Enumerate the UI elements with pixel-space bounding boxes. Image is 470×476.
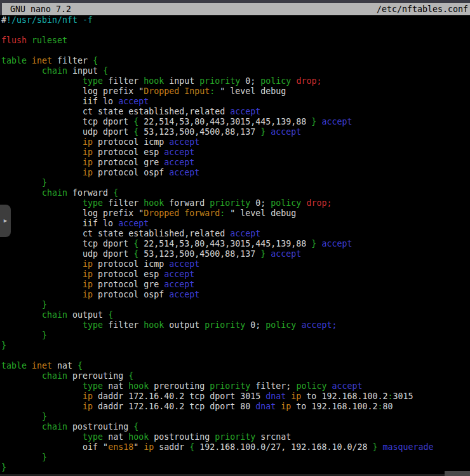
code-token: accept — [271, 127, 301, 137]
code-line[interactable]: ct state established,related accept — [1, 107, 470, 117]
code-token: ruleset — [32, 36, 67, 45]
code-token: { — [128, 371, 133, 381]
console-side-panel-handle[interactable]: ▶ — [0, 205, 11, 237]
code-token: { — [108, 310, 113, 320]
code-token: hook — [128, 381, 149, 391]
code-line[interactable]: #!/usr/sbin/nft -f — [1, 15, 470, 25]
code-line[interactable]: table inet nat { — [1, 361, 470, 371]
code-token: iif lo — [83, 97, 118, 106]
scrollbar-corner — [445, 471, 470, 476]
code-token: } — [1, 463, 6, 472]
code-token: priority — [210, 381, 250, 391]
code-token: policy — [271, 198, 301, 208]
code-line[interactable]: ip protocol ospf accept — [1, 168, 470, 178]
code-token: ip — [83, 269, 93, 279]
code-token: policy — [296, 381, 326, 391]
code-token: output — [164, 320, 205, 330]
code-token: ip — [83, 147, 93, 157]
code-line[interactable]: oif "ens18" ip saddr { 192.168.100.0/27,… — [1, 442, 470, 452]
code-token: priority — [215, 432, 255, 442]
code-token: accept — [169, 290, 199, 299]
code-line[interactable]: type nat hook postrouting priority srcna… — [1, 432, 470, 442]
code-token — [1, 208, 83, 218]
code-line[interactable]: type filter hook input priority 0; polic… — [1, 76, 470, 86]
code-token: " — [133, 442, 144, 452]
code-token: protocol icmp — [93, 259, 169, 269]
code-token: output — [67, 310, 108, 320]
code-token: " level debug — [225, 208, 296, 218]
code-token: type — [83, 432, 103, 442]
code-token — [1, 147, 83, 157]
code-token — [1, 107, 83, 116]
code-line[interactable]: chain postrouting { — [1, 422, 470, 432]
code-token: iif lo — [83, 219, 118, 228]
code-line[interactable]: iif lo accept — [1, 219, 470, 229]
code-line[interactable]: } — [1, 178, 470, 188]
code-line[interactable]: } — [1, 452, 470, 463]
code-line[interactable]: type filter hook forward priority 0; pol… — [1, 198, 470, 208]
code-line[interactable]: ip protocol icmp accept — [1, 137, 470, 147]
code-token — [27, 56, 32, 65]
code-line[interactable]: ip protocol gre accept — [1, 280, 470, 290]
code-line[interactable]: ip protocol ospf accept — [1, 290, 470, 300]
code-line[interactable]: chain prerouting { — [1, 371, 470, 381]
code-line[interactable]: } — [1, 330, 470, 341]
code-token: { — [77, 361, 83, 371]
code-token — [1, 432, 83, 442]
code-token: 0; — [250, 198, 271, 208]
code-line[interactable]: udp dport { 53,123,500,4500,88,137 } acc… — [1, 127, 470, 137]
code-token: 80 — [382, 402, 393, 411]
code-line[interactable]: } — [1, 412, 470, 422]
code-token — [1, 442, 83, 452]
code-line[interactable] — [1, 351, 470, 361]
code-line[interactable]: ip daddr 172.16.40.2 tcp dport 80 dnat i… — [1, 402, 470, 412]
code-line[interactable]: type filter hook output priority 0; poli… — [1, 320, 470, 330]
code-line[interactable]: log prefix "Dropped forward: " level deb… — [1, 208, 470, 219]
code-line[interactable]: tcp dport { 22,514,53,80,443,3015,445,13… — [1, 117, 470, 127]
code-line[interactable]: tcp dport { 22,514,53,80,443,3015,445,13… — [1, 239, 470, 249]
code-line[interactable]: iif lo accept — [1, 97, 470, 107]
file-path-label: /etc/nftables.conf — [377, 4, 468, 15]
code-line[interactable]: } — [1, 300, 470, 310]
code-token: accept — [321, 239, 352, 248]
code-token: 192.168.100.0/27, 192.168.10.0/28 — [194, 442, 372, 452]
code-token: protocol ospf — [93, 168, 169, 177]
code-token: { — [133, 249, 138, 259]
code-line[interactable]: ip protocol icmp accept — [1, 259, 470, 269]
code-token: 53,123,500,4500,88,137 — [138, 249, 260, 259]
code-token — [1, 290, 83, 299]
code-line[interactable] — [1, 46, 470, 56]
code-line[interactable]: ip daddr 172.16.40.2 tcp dport 3015 dnat… — [1, 391, 470, 402]
code-token: { — [133, 127, 138, 137]
code-token: { — [93, 56, 98, 65]
code-line[interactable]: ct state established,related accept — [1, 229, 470, 239]
code-line[interactable]: chain input { — [1, 66, 470, 76]
code-line[interactable]: flush ruleset — [1, 36, 470, 46]
code-token: daddr 172.16.40.2 tcp dport 80 — [93, 402, 255, 411]
editor-buffer[interactable]: #!/usr/sbin/nft -fflush rulesettable ine… — [1, 15, 470, 473]
code-token: ip — [83, 158, 93, 167]
code-token: ct state established,related — [83, 229, 230, 238]
code-token: forward — [164, 198, 210, 208]
code-line[interactable]: ip protocol gre accept — [1, 158, 470, 168]
code-token — [1, 97, 83, 106]
code-token: saddr — [154, 442, 189, 452]
code-line[interactable]: log prefix "Dropped Input: " level debug — [1, 86, 470, 97]
code-line[interactable] — [1, 25, 470, 36]
code-line[interactable]: udp dport { 53,123,500,4500,88,137 } acc… — [1, 249, 470, 259]
code-line[interactable]: ip protocol esp accept — [1, 147, 470, 158]
code-line[interactable]: type nat hook prerouting priority filter… — [1, 381, 470, 391]
code-token: accept — [164, 147, 194, 157]
code-line[interactable]: ip protocol esp accept — [1, 269, 470, 280]
code-line[interactable]: } — [1, 463, 470, 473]
code-line[interactable]: chain output { — [1, 310, 470, 320]
code-token: to 192.168.100.2 — [301, 391, 387, 401]
code-token — [1, 229, 83, 238]
code-line[interactable]: } — [1, 341, 470, 351]
code-line[interactable]: table inet filter { — [1, 56, 470, 66]
code-token: filter — [103, 320, 144, 330]
code-line[interactable]: chain forward { — [1, 188, 470, 198]
code-token — [1, 219, 83, 228]
code-token — [1, 452, 42, 462]
code-token — [1, 137, 83, 147]
